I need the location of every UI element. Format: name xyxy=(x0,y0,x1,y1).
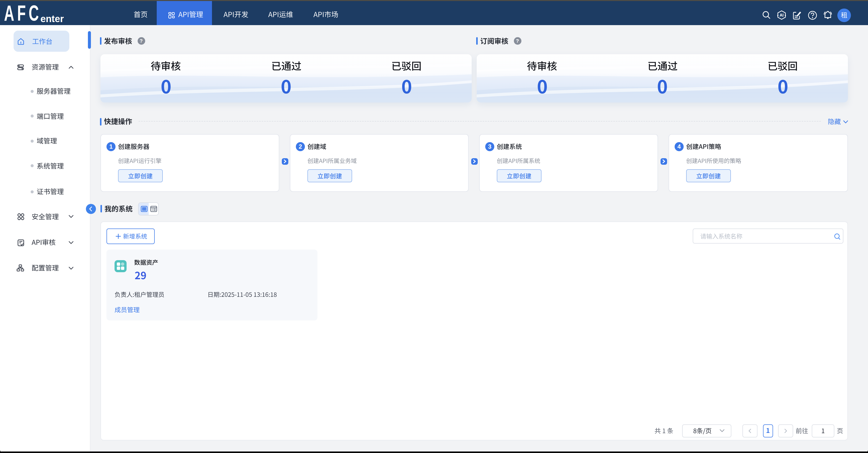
svg-text:AI: AI xyxy=(780,13,784,17)
